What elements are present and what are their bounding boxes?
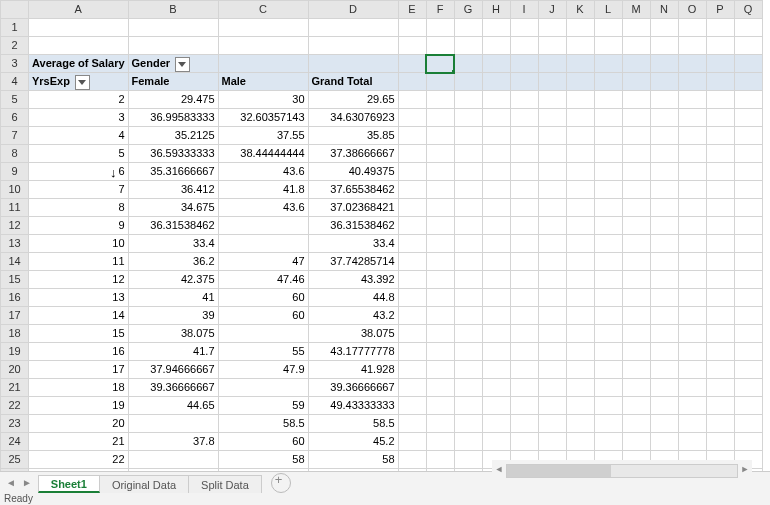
row-header-4[interactable]: 4 [1, 73, 29, 91]
cell-L24[interactable] [594, 433, 622, 451]
cell-J24[interactable] [538, 433, 566, 451]
row-header-16[interactable]: 16 [1, 289, 29, 307]
cell-J16[interactable] [538, 289, 566, 307]
cell-Q23[interactable] [734, 415, 762, 433]
cell-Q12[interactable] [734, 217, 762, 235]
cell-O22[interactable] [678, 397, 706, 415]
cell-E24[interactable] [398, 433, 426, 451]
cell-O11[interactable] [678, 199, 706, 217]
row-header-20[interactable]: 20 [1, 361, 29, 379]
cell-C12[interactable] [218, 217, 308, 235]
cell-K10[interactable] [566, 181, 594, 199]
row-header-15[interactable]: 15 [1, 271, 29, 289]
cell-D22[interactable]: 49.43333333 [308, 397, 398, 415]
cell-M14[interactable] [622, 253, 650, 271]
cell-B14[interactable]: 36.2 [128, 253, 218, 271]
row-header-10[interactable]: 10 [1, 181, 29, 199]
cell-K23[interactable] [566, 415, 594, 433]
cell-D16[interactable]: 44.8 [308, 289, 398, 307]
cell-C14[interactable]: 47 [218, 253, 308, 271]
cell-O3[interactable] [678, 55, 706, 73]
cell-P21[interactable] [706, 379, 734, 397]
cell-N8[interactable] [650, 145, 678, 163]
cell-N15[interactable] [650, 271, 678, 289]
cell-K16[interactable] [566, 289, 594, 307]
cell-D20[interactable]: 41.928 [308, 361, 398, 379]
cell-J23[interactable] [538, 415, 566, 433]
cell-Q24[interactable] [734, 433, 762, 451]
row-header-17[interactable]: 17 [1, 307, 29, 325]
cell-A9[interactable]: 6 [29, 163, 129, 181]
column-header-H[interactable]: H [482, 1, 510, 19]
cell-I5[interactable] [510, 91, 538, 109]
cell-D1[interactable] [308, 19, 398, 37]
cell-H20[interactable] [482, 361, 510, 379]
cell-L17[interactable] [594, 307, 622, 325]
cell-E17[interactable] [398, 307, 426, 325]
cell-F12[interactable] [426, 217, 454, 235]
cell-A2[interactable] [29, 37, 129, 55]
cell-P13[interactable] [706, 235, 734, 253]
filter-dropdown-icon[interactable] [75, 75, 90, 90]
cell-B6[interactable]: 36.99583333 [128, 109, 218, 127]
cell-P1[interactable] [706, 19, 734, 37]
cell-L9[interactable] [594, 163, 622, 181]
row-header-24[interactable]: 24 [1, 433, 29, 451]
cell-M4[interactable] [622, 73, 650, 91]
cell-K20[interactable] [566, 361, 594, 379]
cell-C19[interactable]: 55 [218, 343, 308, 361]
cell-M3[interactable] [622, 55, 650, 73]
cell-K2[interactable] [566, 37, 594, 55]
cell-L14[interactable] [594, 253, 622, 271]
cell-E25[interactable] [398, 451, 426, 469]
cell-H23[interactable] [482, 415, 510, 433]
cell-M5[interactable] [622, 91, 650, 109]
cell-D5[interactable]: 29.65 [308, 91, 398, 109]
cell-M21[interactable] [622, 379, 650, 397]
cell-J13[interactable] [538, 235, 566, 253]
cell-F25[interactable] [426, 451, 454, 469]
tab-nav-buttons[interactable]: ◄ ► [0, 472, 38, 493]
cell-L5[interactable] [594, 91, 622, 109]
cell-F7[interactable] [426, 127, 454, 145]
cell-P9[interactable] [706, 163, 734, 181]
cell-O19[interactable] [678, 343, 706, 361]
row-header-12[interactable]: 12 [1, 217, 29, 235]
cell-I6[interactable] [510, 109, 538, 127]
cell-C24[interactable]: 60 [218, 433, 308, 451]
cell-G14[interactable] [454, 253, 482, 271]
cell-A17[interactable]: 14 [29, 307, 129, 325]
cell-F5[interactable] [426, 91, 454, 109]
cell-F22[interactable] [426, 397, 454, 415]
cell-L10[interactable] [594, 181, 622, 199]
cell-F18[interactable] [426, 325, 454, 343]
cell-D15[interactable]: 43.392 [308, 271, 398, 289]
cell-N17[interactable] [650, 307, 678, 325]
cell-O20[interactable] [678, 361, 706, 379]
cell-N13[interactable] [650, 235, 678, 253]
cell-I14[interactable] [510, 253, 538, 271]
cell-M19[interactable] [622, 343, 650, 361]
column-header-B[interactable]: B [128, 1, 218, 19]
cell-I24[interactable] [510, 433, 538, 451]
cell-H12[interactable] [482, 217, 510, 235]
cell-P10[interactable] [706, 181, 734, 199]
scroll-left-icon[interactable]: ◄ [492, 464, 506, 478]
cell-M9[interactable] [622, 163, 650, 181]
row-header-8[interactable]: 8 [1, 145, 29, 163]
cell-L8[interactable] [594, 145, 622, 163]
cell-L13[interactable] [594, 235, 622, 253]
cell-I2[interactable] [510, 37, 538, 55]
row-header-11[interactable]: 11 [1, 199, 29, 217]
cell-K17[interactable] [566, 307, 594, 325]
cell-F6[interactable] [426, 109, 454, 127]
cell-Q9[interactable] [734, 163, 762, 181]
cell-N24[interactable] [650, 433, 678, 451]
cell-Q4[interactable] [734, 73, 762, 91]
cell-Q18[interactable] [734, 325, 762, 343]
cell-F17[interactable] [426, 307, 454, 325]
cell-G6[interactable] [454, 109, 482, 127]
cell-J22[interactable] [538, 397, 566, 415]
cell-O16[interactable] [678, 289, 706, 307]
cell-O5[interactable] [678, 91, 706, 109]
